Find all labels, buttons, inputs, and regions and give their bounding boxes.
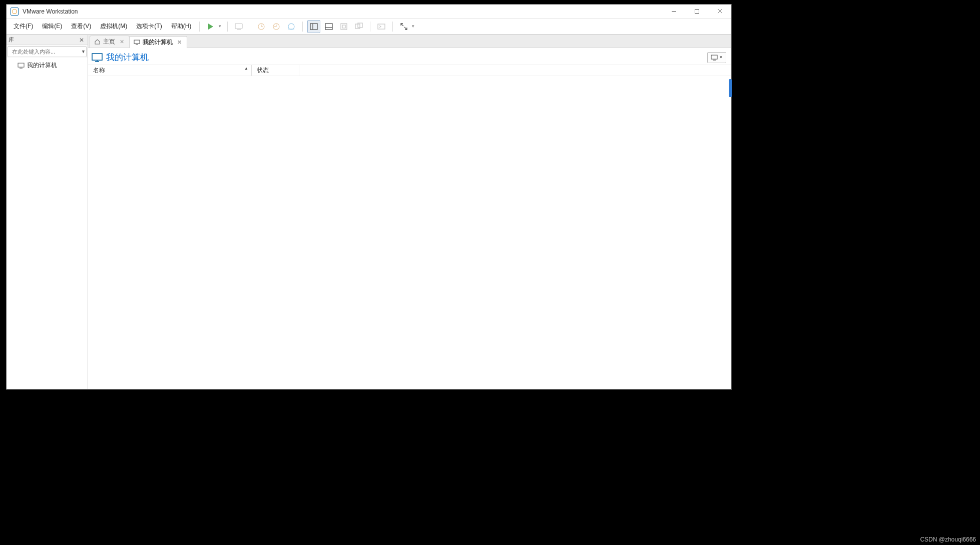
minimize-button[interactable] xyxy=(662,5,685,19)
menubar: 文件(F) 编辑(E) 查看(V) 虚拟机(M) 选项卡(T) 帮助(H) ▼ xyxy=(7,19,731,35)
chevron-down-icon: ▼ xyxy=(719,55,723,60)
monitor-icon xyxy=(134,39,140,46)
svg-line-22 xyxy=(401,24,403,26)
column-label: 名称 xyxy=(93,66,105,75)
svg-point-11 xyxy=(288,24,294,30)
tab-label: 我的计算机 xyxy=(143,38,173,47)
monitor-icon xyxy=(711,55,718,61)
send-ctrl-alt-del-button[interactable] xyxy=(232,20,245,33)
svg-rect-18 xyxy=(342,25,345,28)
svg-rect-30 xyxy=(92,54,102,60)
main-area: 主页 ✕ 我的计算机 ✕ 我的计算机 ▼ xyxy=(88,35,731,389)
tab-home[interactable]: 主页 ✕ xyxy=(90,36,130,48)
window-title: VMware Workstation xyxy=(23,8,78,15)
watermark: CSDN @zhouqi6666 xyxy=(920,536,976,543)
page-title-text: 我的计算机 xyxy=(106,52,149,63)
separator xyxy=(392,22,393,32)
tab-close-button[interactable]: ✕ xyxy=(176,39,183,46)
library-search-input[interactable] xyxy=(12,49,81,55)
svg-rect-5 xyxy=(235,24,242,29)
menu-view[interactable]: 查看(V) xyxy=(67,20,95,33)
menu-vm[interactable]: 虚拟机(M) xyxy=(96,20,131,33)
power-on-button[interactable] xyxy=(204,20,217,33)
vm-list[interactable] xyxy=(88,76,731,389)
menu-edit[interactable]: 编辑(E) xyxy=(38,20,66,33)
chevron-down-icon[interactable]: ▼ xyxy=(218,24,222,29)
titlebar: VMware Workstation xyxy=(7,5,731,19)
library-title: 库 xyxy=(9,36,14,44)
console-view-button[interactable] xyxy=(375,20,388,33)
chevron-down-icon[interactable]: ▼ xyxy=(411,24,415,29)
column-headers: 名称 ▲ 状态 xyxy=(88,65,731,76)
menu-file[interactable]: 文件(F) xyxy=(10,20,37,33)
library-tree: 我的计算机 xyxy=(7,58,88,389)
close-button[interactable] xyxy=(708,5,731,19)
svg-marker-4 xyxy=(208,24,213,30)
tab-my-computer[interactable]: 我的计算机 ✕ xyxy=(129,36,187,48)
svg-rect-28 xyxy=(134,40,140,44)
page-title[interactable]: 我的计算机 xyxy=(91,52,149,63)
menu-tabs[interactable]: 选项卡(T) xyxy=(132,20,166,33)
sort-indicator-icon: ▲ xyxy=(244,66,248,71)
app-icon xyxy=(11,8,19,16)
snapshot-manager-button[interactable] xyxy=(285,20,298,33)
unity-button[interactable] xyxy=(352,20,365,33)
stretch-guest-button[interactable] xyxy=(397,20,410,33)
tree-item-my-computer[interactable]: 我的计算机 xyxy=(10,60,85,71)
library-header: 库 ✕ xyxy=(7,35,88,45)
snapshot-revert-button[interactable] xyxy=(270,20,283,33)
snapshot-take-button[interactable] xyxy=(255,20,268,33)
close-library-button[interactable]: ✕ xyxy=(78,37,86,44)
monitor-icon xyxy=(18,63,25,69)
svg-rect-1 xyxy=(695,10,699,14)
svg-rect-15 xyxy=(325,24,332,30)
library-search[interactable]: ▼ xyxy=(8,46,87,57)
thumbnail-bar-button[interactable] xyxy=(322,20,335,33)
svg-rect-13 xyxy=(310,24,317,30)
library-sidebar: 库 ✕ ▼ 我的计算机 xyxy=(7,35,88,389)
tab-close-button[interactable]: ✕ xyxy=(119,39,125,45)
column-name[interactable]: 名称 ▲ xyxy=(88,65,252,76)
scrollbar-thumb[interactable] xyxy=(729,79,732,97)
tree-item-label: 我的计算机 xyxy=(27,61,57,70)
svg-rect-26 xyxy=(18,63,24,67)
svg-rect-17 xyxy=(341,24,347,30)
show-library-button[interactable] xyxy=(307,20,320,33)
maximize-button[interactable] xyxy=(685,5,708,19)
tab-bar: 主页 ✕ 我的计算机 ✕ xyxy=(88,35,731,48)
view-mode-dropdown[interactable]: ▼ xyxy=(707,52,726,63)
tab-label: 主页 xyxy=(103,38,115,46)
home-icon xyxy=(94,39,101,45)
monitor-icon xyxy=(91,53,103,63)
column-state[interactable]: 状态 xyxy=(252,65,299,76)
svg-rect-33 xyxy=(711,55,717,59)
svg-line-23 xyxy=(404,27,407,30)
menu-help[interactable]: 帮助(H) xyxy=(167,20,196,33)
content-header: 我的计算机 ▼ xyxy=(88,48,731,65)
body: 库 ✕ ▼ 我的计算机 主页 ✕ xyxy=(7,35,731,389)
separator xyxy=(199,22,200,32)
app-window: VMware Workstation 文件(F) 编辑(E) 查看(V) 虚拟机… xyxy=(6,4,732,390)
column-label: 状态 xyxy=(257,66,269,75)
separator xyxy=(250,22,250,32)
separator xyxy=(370,22,370,32)
search-dropdown[interactable]: ▼ xyxy=(81,49,87,54)
separator xyxy=(227,22,228,32)
separator xyxy=(302,22,303,32)
fullscreen-button[interactable] xyxy=(337,20,350,33)
